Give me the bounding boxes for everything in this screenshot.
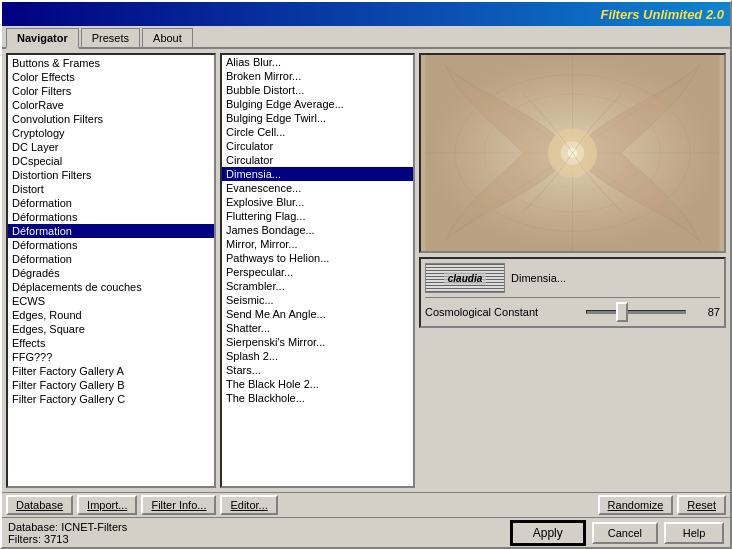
filter-info-panel: claudia Dimensia... Cosmological Constan… bbox=[419, 257, 726, 328]
randomize-button[interactable]: Randomize bbox=[598, 495, 674, 515]
filter-list-item[interactable]: Circulator bbox=[222, 153, 413, 167]
filter-list[interactable]: Alias Blur... Broken Mirror... Bubble Di… bbox=[220, 53, 415, 488]
category-list-inner: Buttons & Frames Color Effects Color Fil… bbox=[8, 55, 214, 407]
filter-list-item[interactable]: Splash 2... bbox=[222, 349, 413, 363]
list-item[interactable]: Déformation bbox=[8, 196, 214, 210]
title-bar: Filters Unlimited 2.0 bbox=[2, 2, 730, 26]
list-item[interactable]: Déformation bbox=[8, 252, 214, 266]
list-item[interactable]: Edges, Square bbox=[8, 322, 214, 336]
filter-list-item[interactable]: Send Me An Angle... bbox=[222, 307, 413, 321]
tab-about[interactable]: About bbox=[142, 28, 193, 47]
filter-list-item-selected[interactable]: Dimensia... bbox=[222, 167, 413, 181]
filter-logo: claudia bbox=[425, 263, 505, 293]
list-item[interactable]: Cryptology bbox=[8, 126, 214, 140]
list-item[interactable]: Filter Factory Gallery B bbox=[8, 378, 214, 392]
right-panel: claudia Dimensia... Cosmological Constan… bbox=[419, 53, 726, 488]
filter-list-item[interactable]: Scrambler... bbox=[222, 279, 413, 293]
main-content: Buttons & Frames Color Effects Color Fil… bbox=[2, 49, 730, 492]
filter-list-item[interactable]: Mirror, Mirror... bbox=[222, 237, 413, 251]
slider-label-0: Cosmological Constant bbox=[425, 306, 582, 318]
filter-list-item[interactable]: Evanescence... bbox=[222, 181, 413, 195]
filter-list-item[interactable]: The Blackhole... bbox=[222, 391, 413, 405]
filter-list-item[interactable]: Alias Blur... bbox=[222, 55, 413, 69]
filter-list-item[interactable]: The Black Hole 2... bbox=[222, 377, 413, 391]
list-item[interactable]: Color Filters bbox=[8, 84, 214, 98]
list-item[interactable]: Effects bbox=[8, 336, 214, 350]
list-item[interactable]: Filter Factory Gallery C bbox=[8, 392, 214, 406]
apply-button[interactable]: Apply bbox=[510, 520, 586, 546]
filter-list-item[interactable]: Bulging Edge Twirl... bbox=[222, 111, 413, 125]
filter-list-item[interactable]: Explosive Blur... bbox=[222, 195, 413, 209]
filter-list-item[interactable]: Bubble Distort... bbox=[222, 83, 413, 97]
slider-row-0: Cosmological Constant 87 bbox=[425, 302, 720, 322]
list-item[interactable]: Déformations bbox=[8, 210, 214, 224]
reset-button[interactable]: Reset bbox=[677, 495, 726, 515]
list-item[interactable]: Distortion Filters bbox=[8, 168, 214, 182]
preview-area bbox=[419, 53, 726, 253]
slider-input-0[interactable] bbox=[586, 302, 686, 322]
main-window: Filters Unlimited 2.0 Navigator Presets … bbox=[0, 0, 732, 549]
list-item[interactable]: DC Layer bbox=[8, 140, 214, 154]
filter-list-item[interactable]: Circulator bbox=[222, 139, 413, 153]
list-item[interactable]: Color Effects bbox=[8, 70, 214, 84]
filter-list-item[interactable]: Perspecular... bbox=[222, 265, 413, 279]
cancel-button[interactable]: Cancel bbox=[592, 522, 658, 544]
logo-text: claudia bbox=[444, 272, 486, 285]
filter-list-item[interactable]: Sierpenski's Mirror... bbox=[222, 335, 413, 349]
filter-list-item[interactable]: Stars... bbox=[222, 363, 413, 377]
status-bar: Database: ICNET-Filters Filters: 3713 Ap… bbox=[2, 517, 730, 547]
tab-bar: Navigator Presets About bbox=[2, 26, 730, 49]
status-info: Database: ICNET-Filters Filters: 3713 bbox=[8, 521, 127, 545]
database-status: Database: ICNET-Filters bbox=[8, 521, 127, 533]
separator bbox=[425, 297, 720, 298]
list-item[interactable]: Edges, Round bbox=[8, 308, 214, 322]
import-button[interactable]: Import... bbox=[77, 495, 137, 515]
list-item-selected[interactable]: Déformation bbox=[8, 224, 214, 238]
preview-svg bbox=[421, 55, 724, 251]
list-item[interactable]: Déplacements de couches bbox=[8, 280, 214, 294]
list-item[interactable]: Distort bbox=[8, 182, 214, 196]
list-item[interactable]: Convolution Filters bbox=[8, 112, 214, 126]
tab-presets[interactable]: Presets bbox=[81, 28, 140, 47]
filter-list-item[interactable]: Pathways to Helion... bbox=[222, 251, 413, 265]
filter-list-item[interactable]: Shatter... bbox=[222, 321, 413, 335]
filter-list-item[interactable]: Bulging Edge Average... bbox=[222, 97, 413, 111]
list-item[interactable]: DCspecial bbox=[8, 154, 214, 168]
bottom-toolbar: Database Import... Filter Info... Editor… bbox=[2, 492, 730, 517]
list-item[interactable]: FFG??? bbox=[8, 350, 214, 364]
action-buttons: Apply Cancel Help bbox=[510, 520, 724, 546]
filter-name-label: Dimensia... bbox=[511, 272, 566, 284]
list-item[interactable]: ColorRave bbox=[8, 98, 214, 112]
filter-list-item[interactable]: Broken Mirror... bbox=[222, 69, 413, 83]
title-text: Filters Unlimited 2.0 bbox=[600, 7, 724, 22]
list-item[interactable]: Filter Factory Gallery A bbox=[8, 364, 214, 378]
category-list[interactable]: Buttons & Frames Color Effects Color Fil… bbox=[6, 53, 216, 488]
filter-list-item[interactable]: Circle Cell... bbox=[222, 125, 413, 139]
editor-button[interactable]: Editor... bbox=[220, 495, 277, 515]
list-item[interactable]: ECWS bbox=[8, 294, 214, 308]
list-item[interactable]: Déformations bbox=[8, 238, 214, 252]
filter-info-button[interactable]: Filter Info... bbox=[141, 495, 216, 515]
filters-status: Filters: 3713 bbox=[8, 533, 127, 545]
help-button[interactable]: Help bbox=[664, 522, 724, 544]
filter-name-row: claudia Dimensia... bbox=[425, 263, 720, 293]
list-item[interactable]: Buttons & Frames bbox=[8, 56, 214, 70]
database-button[interactable]: Database bbox=[6, 495, 73, 515]
slider-value-0: 87 bbox=[690, 306, 720, 318]
tab-navigator[interactable]: Navigator bbox=[6, 28, 79, 49]
filter-list-item[interactable]: Fluttering Flag... bbox=[222, 209, 413, 223]
list-item[interactable]: Dégradés bbox=[8, 266, 214, 280]
filter-list-item[interactable]: Seismic... bbox=[222, 293, 413, 307]
preview-image bbox=[421, 55, 724, 251]
filter-list-item[interactable]: James Bondage... bbox=[222, 223, 413, 237]
